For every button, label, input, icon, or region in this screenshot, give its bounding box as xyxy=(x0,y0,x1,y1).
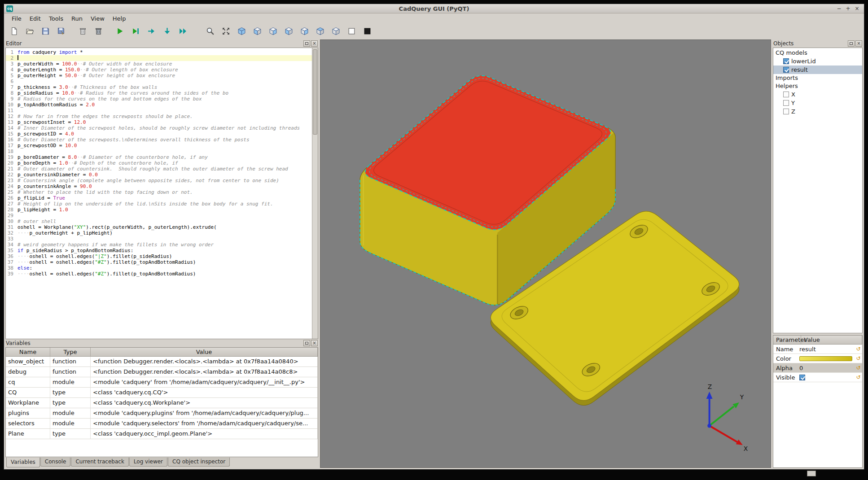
editor-line-34[interactable]: 34# weird geometry happens if we make th… xyxy=(6,242,312,248)
delete-button[interactable] xyxy=(92,25,105,37)
editor-line-13[interactable]: 13p_screwpostInset = 12.0 xyxy=(6,119,312,125)
editor-line-31[interactable]: 31oshell = Workplane("XY").rect(p_outerW… xyxy=(6,224,312,230)
param-row-alpha[interactable]: Alpha0↺ xyxy=(773,363,862,373)
editor-line-17[interactable]: 17p_screwpostOD = 10.0 xyxy=(6,143,312,148)
tree-y[interactable]: Y xyxy=(773,99,862,107)
editor-line-33[interactable]: 33 xyxy=(6,236,312,242)
3d-canvas[interactable]: Z Y X xyxy=(320,40,771,467)
editor-line-27[interactable]: 27# Height of lip on the underside of th… xyxy=(6,201,312,207)
parameter-column-header[interactable]: Parameter xyxy=(773,336,801,344)
menu-view[interactable]: View xyxy=(87,14,109,23)
new-script-button[interactable] xyxy=(8,25,20,37)
editor-line-15[interactable]: 15p_screwpostID = 4.0 xyxy=(6,131,312,137)
variable-row-Workplane[interactable]: Workplanetype<class 'cadquery.cq.Workpla… xyxy=(6,398,318,408)
editor-line-7[interactable]: 7p_thickness = 3.0··# Thickness of the b… xyxy=(6,84,312,90)
editor-line-6[interactable]: 6 xyxy=(6,79,312,84)
shaded-button[interactable] xyxy=(361,25,373,37)
editor-line-22[interactable]: 22p_countersinkDiameter = 0.0 xyxy=(6,172,312,178)
save-as-button[interactable] xyxy=(55,25,67,37)
variable-row-debug[interactable]: debugfunction<function Debugger.render.<… xyxy=(6,367,318,377)
tab-variables[interactable]: Variables xyxy=(6,458,40,467)
view-left-button[interactable] xyxy=(283,25,295,37)
view-iso-button[interactable] xyxy=(236,25,248,37)
editor-line-21[interactable]: 21# Outer diameter of countersink. Shoul… xyxy=(6,166,312,172)
editor-line-35[interactable]: 35if p_sideRadius > p_topAndBottomRadius… xyxy=(6,248,312,253)
editor-line-36[interactable]: 36····oshell = oshell.edges("|Z").fillet… xyxy=(6,253,312,259)
menu-help[interactable]: Help xyxy=(109,14,130,23)
tree-lowerlid[interactable]: lowerLid xyxy=(773,57,862,65)
close-button[interactable]: × xyxy=(853,5,861,12)
checkbox-y[interactable] xyxy=(783,100,789,106)
view-bottom-button[interactable] xyxy=(330,25,342,37)
editor-line-11[interactable]: 11 xyxy=(6,108,312,113)
view-right-button[interactable] xyxy=(298,25,311,37)
editor-line-28[interactable]: 28p_lipHeight = 1.0 xyxy=(6,207,312,213)
close-panel-icon[interactable]: × xyxy=(311,340,318,346)
step-button[interactable] xyxy=(145,25,158,37)
checkbox-z[interactable] xyxy=(783,109,789,114)
view-back-button[interactable] xyxy=(267,25,279,37)
editor-line-9[interactable]: 9# Radius for the curves on the top and … xyxy=(6,96,312,102)
reset-icon[interactable]: ↺ xyxy=(855,346,862,352)
color-swatch[interactable] xyxy=(799,356,852,361)
editor-line-12[interactable]: 12# How far in from the edges the screwp… xyxy=(6,113,312,119)
reset-icon[interactable]: ↺ xyxy=(855,365,862,371)
tree-helpers[interactable]: Helpers xyxy=(773,82,862,90)
variable-row-CQ[interactable]: CQtype<class 'cadquery.cq.CQ'> xyxy=(6,388,318,398)
editor-line-23[interactable]: 23# Countersink angle (complete angle be… xyxy=(6,178,312,183)
variables-header-type[interactable]: Type xyxy=(50,348,91,356)
editor-line-20[interactable]: 20p_boreDepth = 1.0··# Depth of the coun… xyxy=(6,160,312,166)
editor-line-39[interactable]: 39····oshell = oshell.edges("#Z").fillet… xyxy=(6,271,312,277)
editor-line-4[interactable]: 4p_outerLength = 150.0··# Outer length o… xyxy=(6,67,312,73)
tree-z[interactable]: Z xyxy=(773,107,862,116)
editor-line-18[interactable]: 18 xyxy=(6,148,312,154)
param-row-color[interactable]: Color↺ xyxy=(773,354,862,363)
tab-console[interactable]: Console xyxy=(40,458,71,467)
fit-all-button[interactable] xyxy=(220,25,232,37)
menu-edit[interactable]: Edit xyxy=(26,14,45,23)
tree-result[interactable]: result xyxy=(773,65,862,74)
param-value-visible[interactable] xyxy=(798,375,855,380)
editor-line-14[interactable]: 14# Inner Diameter of the screwpost hole… xyxy=(6,125,312,131)
debug-button[interactable] xyxy=(130,25,142,37)
close-panel-icon[interactable]: × xyxy=(855,40,862,47)
editor-line-38[interactable]: 38else: xyxy=(6,265,312,271)
render-button[interactable] xyxy=(114,25,126,37)
variables-header-value[interactable]: Value xyxy=(91,348,318,356)
menu-tools[interactable]: Tools xyxy=(45,14,67,23)
view-front-button[interactable] xyxy=(251,25,263,37)
checkbox-x[interactable] xyxy=(783,92,789,97)
viewport-3d[interactable]: Z Y X xyxy=(320,39,771,468)
value-column-header[interactable]: Value xyxy=(801,336,862,344)
variable-row-show_object[interactable]: show_objectfunction<function Debugger.re… xyxy=(6,357,318,367)
editor-line-32[interactable]: 32····p_outerHeight + p_lipHeight) xyxy=(6,230,312,236)
editor-line-8[interactable]: 8p_sideRadius = 10.0··# Radius for the c… xyxy=(6,90,312,96)
float-panel-icon[interactable] xyxy=(303,40,310,47)
param-row-name[interactable]: Nameresult↺ xyxy=(773,345,862,354)
variable-row-selectors[interactable]: selectorsmodule<module 'cadquery.selecto… xyxy=(6,419,318,429)
checkbox-result[interactable] xyxy=(783,67,789,73)
float-panel-icon[interactable] xyxy=(848,40,855,47)
editor-line-30[interactable]: 30# outer shell xyxy=(6,218,312,224)
minimize-button[interactable]: − xyxy=(835,5,843,12)
variable-row-cq[interactable]: cqmodule<module 'cadquery' from '/home/a… xyxy=(6,377,318,388)
save-script-button[interactable] xyxy=(39,25,52,37)
editor-scrollbar-thumb[interactable] xyxy=(313,49,317,135)
editor-line-19[interactable]: 19p_boreDiameter = 8.0··# Diameter of th… xyxy=(6,154,312,160)
tree-x[interactable]: X xyxy=(773,90,862,99)
zoom-button[interactable] xyxy=(204,25,216,37)
editor-line-5[interactable]: 5p_outerHeight = 50.0··# Outer height of… xyxy=(6,73,312,79)
param-value-color[interactable] xyxy=(798,356,855,361)
titlebar[interactable]: cq CadQuery GUI (PyQT) − + × xyxy=(4,4,864,13)
editor-line-24[interactable]: 24p_countersinkAngle = 90.0 xyxy=(6,183,312,189)
param-value-name[interactable]: result xyxy=(798,346,855,353)
editor-line-2[interactable]: 2 xyxy=(6,55,312,61)
tree-cq-models[interactable]: CQ models xyxy=(773,49,862,57)
variable-row-Plane[interactable]: Planetype<class 'cadquery.occ_impl.geom.… xyxy=(6,429,318,439)
view-top-button[interactable] xyxy=(314,25,326,37)
editor-line-26[interactable]: 26p_flipLid = True xyxy=(6,195,312,201)
tab-log-viewer[interactable]: Log viewer xyxy=(129,458,167,467)
float-panel-icon[interactable] xyxy=(303,340,310,346)
reset-icon[interactable]: ↺ xyxy=(855,355,862,362)
window-size-grip[interactable] xyxy=(807,471,816,476)
